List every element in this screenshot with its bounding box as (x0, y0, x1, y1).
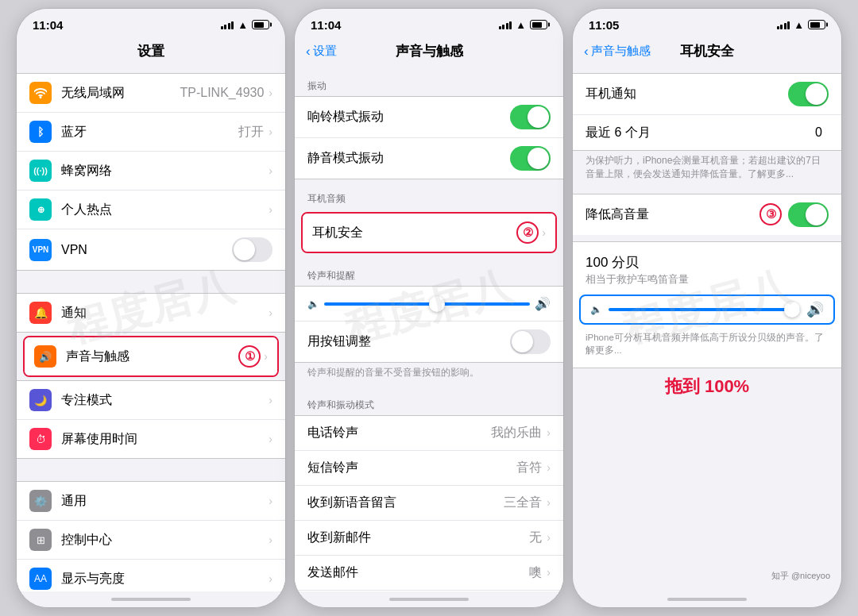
settings-row-bluetooth[interactable]: ᛒ 蓝牙 打开 › (17, 113, 285, 152)
settings-row-new-email[interactable]: 收到新邮件 无 › (295, 521, 563, 556)
ringtone-note: 铃声和提醒的音量不受音量按钮的影响。 (295, 363, 563, 386)
notification-icon: 🔔 (29, 302, 52, 324)
notification-chevron: › (269, 306, 272, 319)
status-time-2: 11:04 (311, 18, 341, 32)
signal-icon-2 (499, 20, 512, 29)
sound-label: 声音与触感 (66, 348, 232, 365)
vpn-toggle[interactable] (232, 237, 272, 262)
settings-row-sound[interactable]: 🔊 声音与触感 ① › (25, 337, 277, 375)
send-email-label: 发送邮件 (307, 564, 529, 581)
slider-min-icon: 🔈 (590, 304, 602, 315)
decibel-section: 100 分贝 相当于救护车鸣笛音量 🔈 🔊 iPhone可分析耳机音频并降低高于… (573, 241, 841, 368)
notifications-list: 🔔 通知 › (17, 293, 285, 333)
bottom-watermark: 知乎 @niceyoo (771, 570, 830, 582)
reduce-section: 降低高音量 ③ (573, 194, 841, 235)
settings-row-earphone-notice[interactable]: 耳机通知 (573, 74, 841, 115)
screentime-chevron: › (269, 433, 272, 445)
button-adjust-label: 用按钮调整 (307, 333, 510, 350)
ringtone-modes-list: 电话铃声 我的乐曲 › 短信铃声 音符 › 收到新语音留言 三全音 › 收到新邮… (295, 415, 563, 591)
display-chevron: › (269, 572, 272, 585)
wifi-status-icon-2: ▲ (516, 19, 526, 31)
earphone-notice-toggle[interactable] (788, 82, 829, 106)
earphone-safety-label: 耳机安全 (312, 225, 510, 241)
settings-row-ring-vibrate[interactable]: 响铃模式振动 (295, 97, 563, 138)
reduce-label: 降低高音量 (586, 206, 753, 223)
cellular-chevron: › (269, 164, 272, 177)
wifi-status-icon-3: ▲ (794, 19, 804, 31)
section-notifications: 🔔 通知 › 🔊 声音与触感 ① › (17, 293, 285, 459)
settings-row-silent-vibrate[interactable]: 静音模式振动 (295, 138, 563, 179)
settings-row-months: 最近 6 个月 0 (573, 115, 841, 150)
status-bar-2: 11:04 ▲ (295, 9, 563, 37)
slider-info-text: iPhone可分析耳机音频并降低高于所设分贝级的声音。了解更多... (579, 328, 835, 361)
status-bar-1: 11:04 ▲ (17, 9, 285, 37)
status-icons-3: ▲ (777, 19, 825, 31)
hotspot-chevron: › (269, 203, 272, 216)
earphone-notice-section: 耳机通知 最近 6 个月 0 (573, 73, 841, 151)
settings-row-send-email[interactable]: 发送邮件 噢 › (295, 556, 563, 591)
settings-row-reduce[interactable]: 降低高音量 ③ (573, 194, 841, 235)
status-icons-1: ▲ (221, 19, 269, 31)
settings-row-sms-ring[interactable]: 短信铃声 音符 › (295, 451, 563, 486)
sound-chevron: › (264, 350, 268, 363)
home-indicator-1 (17, 591, 285, 607)
reduce-toggle[interactable] (788, 202, 829, 227)
sound-badge: ① (238, 345, 261, 368)
volume-slider-track[interactable] (609, 308, 800, 311)
nav-back-2[interactable]: ‹ 设置 (306, 44, 337, 60)
settings-row-general[interactable]: ⚙️ 通用 › (17, 482, 285, 521)
settings-row-wifi[interactable]: 无线局域网 TP-LINK_4930 › (17, 74, 285, 113)
status-icons-2: ▲ (499, 19, 547, 31)
section-label-vibration: 振动 (295, 67, 563, 96)
volume-slider-container: 🔈 🔊 (579, 295, 835, 325)
ringtone-slider-track[interactable] (324, 302, 530, 306)
voicemail-value: 三全音 (504, 495, 542, 511)
settings-list-top: 无线局域网 TP-LINK_4930 › ᛒ 蓝牙 打开 › ((·)) (17, 73, 285, 271)
lower-list: ⚙️ 通用 › ⊞ 控制中心 › AA (17, 481, 285, 591)
settings-row-notification[interactable]: 🔔 通知 › (17, 294, 285, 332)
status-bar-3: 11:05 ▲ (573, 9, 841, 37)
bluetooth-label: 蓝牙 (61, 124, 238, 141)
months-value: 0 (815, 125, 822, 140)
settings-row-calendar[interactable]: 日历提醒 和弦 › (295, 591, 563, 591)
phone-2: 11:04 ▲ ‹ 设置 声音与触感 (294, 8, 564, 608)
bluetooth-value: 打开 (238, 124, 264, 141)
reduce-badge: ③ (759, 203, 782, 225)
settings-row-voicemail[interactable]: 收到新语音留言 三全音 › (295, 486, 563, 521)
hotspot-icon: ⊕ (29, 198, 52, 221)
earphone-highlight-wrapper: 耳机安全 ② › (301, 212, 557, 253)
phones-container: 11:04 ▲ 设置 (0, 0, 858, 616)
silent-vibrate-toggle[interactable] (510, 146, 551, 171)
nav-back-3[interactable]: ‹ 声音与触感 (584, 44, 651, 60)
general-label: 通用 (61, 493, 269, 510)
button-adjust-toggle[interactable] (510, 329, 551, 354)
settings-row-vpn[interactable]: VPN VPN (17, 229, 285, 270)
settings-row-hotspot[interactable]: ⊕ 个人热点 › (17, 191, 285, 229)
silent-vibrate-label: 静音模式振动 (307, 150, 510, 167)
bluetooth-icon: ᛒ (29, 121, 52, 143)
ring-vibrate-toggle[interactable] (510, 105, 551, 129)
settings-row-focus[interactable]: 🌙 专注模式 › (17, 381, 285, 420)
settings-row-ringtone-slider: 🔈 🔊 (295, 287, 563, 321)
display-icon: AA (29, 568, 52, 590)
settings-row-display[interactable]: AA 显示与亮度 › (17, 560, 285, 591)
focus-chevron: › (269, 394, 272, 406)
home-indicator-2 (295, 591, 563, 607)
settings-row-earphone-safety[interactable]: 耳机安全 ② › (303, 214, 555, 252)
battery-icon-2 (530, 20, 547, 29)
sound-icon: 🔊 (34, 345, 56, 368)
settings-row-button-adjust[interactable]: 用按钮调整 (295, 321, 563, 362)
decibel-value: 100 分贝 (579, 248, 835, 271)
general-chevron: › (269, 495, 272, 507)
settings-row-phone-ring[interactable]: 电话铃声 我的乐曲 › (295, 416, 563, 451)
settings-row-screentime[interactable]: ⏱ 屏幕使用时间 › (17, 420, 285, 458)
focus-screentime-list: 🌙 专注模式 › ⏱ 屏幕使用时间 › (17, 380, 285, 459)
notification-label: 通知 (61, 305, 269, 321)
phone-3: 11:05 ▲ ‹ 声音与触感 耳机安全 (572, 8, 842, 608)
volume-slider-thumb (784, 302, 800, 318)
focus-label: 专注模式 (61, 392, 269, 409)
decibel-desc: 相当于救护车鸣笛音量 (579, 271, 835, 291)
settings-row-control[interactable]: ⊞ 控制中心 › (17, 521, 285, 560)
section-label-earphone: 耳机音频 (295, 179, 563, 209)
settings-row-cellular[interactable]: ((·)) 蜂窝网络 › (17, 152, 285, 191)
